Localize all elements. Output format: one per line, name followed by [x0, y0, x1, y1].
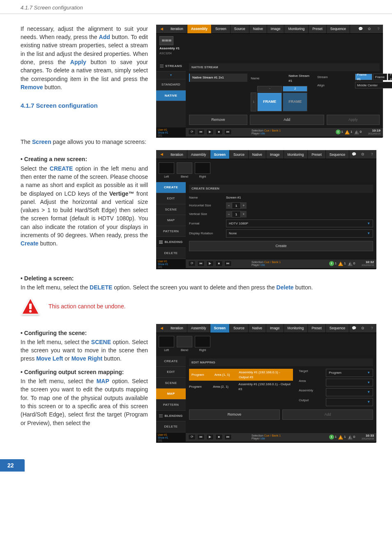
- tab-assembly[interactable]: Assembly: [187, 150, 210, 159]
- tab-screen[interactable]: Screen: [212, 25, 231, 33]
- stream-sel-2[interactable]: Frame: [373, 74, 387, 80]
- chat-icon[interactable]: 💬: [349, 324, 358, 333]
- frame-1[interactable]: FRAME: [257, 92, 282, 111]
- tab-monitoring[interactable]: Monitoring: [284, 324, 308, 333]
- name-value[interactable]: Screen #1: [226, 195, 373, 200]
- remove-button[interactable]: Remove: [189, 115, 247, 125]
- rotation-select[interactable]: None▼: [226, 229, 373, 238]
- tab-source[interactable]: Source: [230, 150, 249, 159]
- play-icon[interactable]: ▶: [206, 434, 214, 440]
- help-icon[interactable]: ?: [374, 25, 383, 33]
- tab-screen[interactable]: Screen: [210, 324, 230, 333]
- tab-preset[interactable]: Preset: [309, 25, 327, 33]
- side-pattern[interactable]: PATTERN: [156, 226, 186, 237]
- minus-icon[interactable]: −: [226, 211, 232, 217]
- tab-source[interactable]: Source: [231, 25, 249, 33]
- tab-preset[interactable]: Preset: [308, 324, 326, 333]
- play-icon[interactable]: ▶: [206, 129, 214, 135]
- status-ok[interactable]: i1: [336, 130, 343, 134]
- side-edit[interactable]: EDIT: [156, 193, 186, 204]
- help-icon[interactable]: ?: [367, 150, 376, 159]
- add-button[interactable]: Add: [250, 115, 324, 125]
- refresh-icon[interactable]: ⟳: [188, 434, 196, 440]
- format-select[interactable]: HDTV 1080P▼: [226, 220, 373, 228]
- tab-image[interactable]: Image: [266, 324, 284, 333]
- refresh-icon[interactable]: ⟳: [188, 261, 196, 266]
- remove-button[interactable]: Remove: [189, 409, 280, 420]
- frame-2[interactable]: FRAME: [283, 92, 307, 111]
- gear-icon[interactable]: ✿: [365, 25, 374, 33]
- skip-fwd-icon[interactable]: ⏭: [224, 129, 232, 135]
- frame-row-num[interactable]: 1: [251, 92, 256, 111]
- skip-back-icon[interactable]: ⏮: [197, 129, 205, 135]
- stop-icon[interactable]: ■: [215, 129, 223, 135]
- side-map[interactable]: MAP: [156, 388, 186, 400]
- frame-col-num[interactable]: 2: [283, 86, 307, 92]
- side-scene[interactable]: SCENE: [156, 378, 186, 389]
- side-standard[interactable]: STANDARD: [156, 79, 186, 90]
- status-warn[interactable]: 1: [345, 130, 352, 134]
- tab-image[interactable]: Image: [267, 25, 285, 33]
- apply-button[interactable]: Apply: [327, 115, 380, 125]
- refresh-icon[interactable]: ⟳: [188, 129, 196, 135]
- side-scene[interactable]: SCENE: [156, 204, 186, 215]
- create-button[interactable]: Create: [189, 241, 373, 251]
- side-map[interactable]: MAP: [156, 215, 186, 226]
- side-edit[interactable]: EDIT: [156, 367, 186, 378]
- play-icon[interactable]: ▶: [206, 261, 214, 266]
- side-blending[interactable]: BLENDING: [156, 237, 186, 248]
- stream-sel-3[interactable]: Frame #▼: [388, 74, 392, 80]
- side-expand-icon[interactable]: ▾: [156, 72, 186, 79]
- back-arrow-icon[interactable]: ◀: [156, 150, 167, 159]
- plus-icon[interactable]: +: [241, 211, 247, 217]
- tab-image[interactable]: Image: [266, 150, 284, 159]
- tab-preset[interactable]: Preset: [308, 150, 326, 159]
- add-button[interactable]: Add: [282, 409, 373, 420]
- thumb-left[interactable]: [159, 336, 174, 347]
- tab-monitoring[interactable]: Monitoring: [284, 150, 308, 159]
- tab-monitoring[interactable]: Monitoring: [284, 25, 309, 33]
- mapping-row-1[interactable]: Program Area (1, 1) Assembly #1 (192.168…: [189, 369, 293, 381]
- mapping-row-2[interactable]: Program Area (2, 1) Assembly #1 (192.168…: [189, 381, 293, 393]
- thumb-right[interactable]: [195, 336, 210, 347]
- thumb-blend[interactable]: [177, 162, 192, 174]
- side-delete[interactable]: DELETE: [156, 421, 186, 432]
- tab-assembly[interactable]: Assembly: [187, 25, 212, 33]
- side-create[interactable]: CREATE: [156, 356, 186, 367]
- side-pattern[interactable]: PATTERN: [156, 400, 186, 411]
- thumb-left[interactable]: [159, 162, 174, 174]
- tab-screen[interactable]: Screen: [210, 150, 230, 159]
- help-icon[interactable]: ?: [367, 324, 376, 333]
- stream-sel-1[interactable]: Frame #1: [355, 74, 372, 80]
- hsize-stepper[interactable]: −1+: [226, 202, 373, 209]
- back-arrow-icon[interactable]: ◀: [156, 324, 167, 333]
- stream-list-item[interactable]: Native Stream #1 2x1: [189, 74, 247, 82]
- minus-icon[interactable]: −: [226, 202, 232, 209]
- side-create[interactable]: CREATE: [156, 182, 186, 193]
- skip-back-icon[interactable]: ⏮: [197, 434, 205, 440]
- back-arrow-icon[interactable]: ◀: [156, 25, 167, 33]
- frame-col-dec[interactable]: −: [257, 86, 282, 92]
- target-select[interactable]: Program▼: [326, 369, 373, 377]
- side-native[interactable]: NATIVE: [156, 90, 186, 102]
- tab-sequence[interactable]: Sequence: [326, 150, 349, 159]
- tab-native[interactable]: Native: [249, 150, 266, 159]
- tab-iteration[interactable]: Iteration: [167, 324, 187, 333]
- area-select[interactable]: ▼: [326, 379, 373, 387]
- output-select[interactable]: ▼: [326, 398, 373, 406]
- stop-icon[interactable]: ■: [215, 434, 223, 440]
- gear-icon[interactable]: ✿: [358, 324, 367, 333]
- tab-native[interactable]: Native: [249, 324, 266, 333]
- chat-icon[interactable]: 💬: [356, 25, 365, 33]
- tab-iteration[interactable]: Iteration: [167, 150, 187, 159]
- gear-icon[interactable]: ✿: [358, 150, 367, 159]
- tab-native[interactable]: Native: [249, 25, 267, 33]
- name-value[interactable]: Native Stream #1: [288, 74, 311, 83]
- side-delete[interactable]: DELETE: [156, 248, 186, 259]
- align-select[interactable]: Middle Center▼: [355, 82, 392, 88]
- skip-fwd-icon[interactable]: ⏭: [224, 261, 232, 266]
- thumb-blend[interactable]: [177, 336, 192, 347]
- side-blending[interactable]: BLENDING: [156, 411, 186, 422]
- chat-icon[interactable]: 💬: [349, 150, 358, 159]
- assembly-select[interactable]: ▼: [326, 388, 373, 396]
